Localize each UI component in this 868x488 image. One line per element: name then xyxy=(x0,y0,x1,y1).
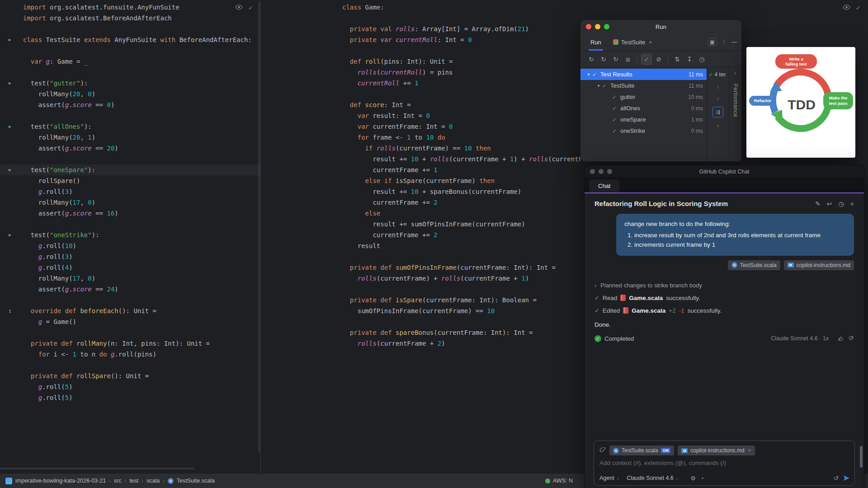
code-line[interactable]: import org.scalatest.BeforeAndAfterEach xyxy=(0,13,260,23)
tree-chevron-icon[interactable]: ▾ xyxy=(585,72,592,77)
history-icon[interactable]: ◷ xyxy=(696,54,707,65)
no-problems-check-icon[interactable]: ✓ xyxy=(248,5,253,11)
test-tree-row[interactable]: ▾✓Test Results11 ms xyxy=(580,69,707,80)
rerun-failed-icon[interactable]: ↻ xyxy=(598,54,609,65)
code-line[interactable]: for i <- 1 to n do g.roll(pins) xyxy=(0,349,260,360)
horizontal-scrollbar[interactable] xyxy=(0,468,194,469)
zoom-window-icon[interactable] xyxy=(607,169,612,174)
code-line[interactable]: rollMany(20, 0) xyxy=(0,89,260,99)
code-line[interactable] xyxy=(0,45,260,56)
vertical-scrollbar[interactable] xyxy=(258,1,260,453)
code-line[interactable]: ▶ test("oneSpare"): xyxy=(0,164,260,175)
code-line[interactable]: private def rollSpare(): Unit = xyxy=(0,371,260,381)
planned-changes-section[interactable]: › Planned changes to strike branch body xyxy=(594,282,854,289)
tab-run[interactable]: Run xyxy=(585,33,607,51)
code-line[interactable] xyxy=(0,219,260,230)
code-line[interactable]: private def rollMany(n: Int, pins: Int):… xyxy=(0,338,260,349)
breadcrumb-item[interactable]: src xyxy=(114,478,122,484)
edit-icon[interactable]: ✎ xyxy=(815,200,821,207)
reader-mode-eye-icon[interactable] xyxy=(235,4,243,12)
chevron-right-icon[interactable]: › xyxy=(594,282,596,289)
chat-input-box[interactable]: STestSuite.scalaONMcopilot-instructions.… xyxy=(594,441,855,486)
breadcrumb-item[interactable]: test xyxy=(129,478,138,484)
more-icon[interactable]: ⋮ xyxy=(722,39,727,45)
test-tree-row[interactable]: ✓oneStrike0 ms xyxy=(580,125,707,136)
file-pill[interactable]: Mcopilot-instructions.md xyxy=(784,260,854,270)
code-line[interactable]: ↥ override def beforeEach(): Unit = xyxy=(0,305,260,316)
file-pill[interactable]: STestSuite.scala xyxy=(728,260,780,270)
next-test-icon[interactable]: ↓ xyxy=(717,95,719,102)
minimize-window-icon[interactable] xyxy=(599,169,604,174)
code-line[interactable] xyxy=(0,67,260,78)
expand-panel-icon[interactable]: › xyxy=(717,122,719,129)
attach-icon[interactable] xyxy=(599,446,606,455)
code-line[interactable] xyxy=(261,13,868,23)
code-line[interactable] xyxy=(0,327,260,338)
previous-test-icon[interactable]: ↑ xyxy=(717,84,719,90)
test-tree-row[interactable]: ✓allOnes0 ms xyxy=(580,103,707,114)
breadcrumb-item[interactable]: scala xyxy=(146,478,160,484)
minimize-icon[interactable]: — xyxy=(731,39,737,45)
code-line[interactable]: g.roll(10) xyxy=(0,240,260,251)
code-line[interactable]: ▶ test("allOnes"): xyxy=(0,121,260,132)
inspection-widget[interactable]: ✓ xyxy=(843,4,861,12)
code-line[interactable] xyxy=(0,110,260,121)
reader-mode-eye-icon[interactable] xyxy=(843,4,850,12)
editor-pane-testsuite[interactable]: ✓ import org.scalatest.funsuite.AnyFunSu… xyxy=(0,0,261,473)
auto-retest-icon[interactable]: ↻ xyxy=(610,54,621,65)
code-line[interactable]: ▶ test("oneStrike"): xyxy=(0,230,260,240)
inline-statistics-icon[interactable]: ⇶ xyxy=(712,107,723,117)
code-line[interactable] xyxy=(0,360,260,371)
close-window-icon[interactable] xyxy=(586,24,591,29)
code-line[interactable]: private val rolls: Array[Int] = Array.of… xyxy=(261,23,868,34)
code-line[interactable]: g = Game() xyxy=(0,316,260,327)
code-line[interactable]: ▶ test("gutter"): xyxy=(0,78,260,89)
send-icon[interactable] xyxy=(843,475,850,481)
code-line[interactable]: assert(g.score == 16) xyxy=(0,208,260,219)
run-window-titlebar[interactable]: Run xyxy=(580,20,741,33)
code-line[interactable]: rollMany(17, 0) xyxy=(0,197,260,208)
collapse-strip-icon[interactable]: ‹ xyxy=(735,70,736,76)
code-line[interactable]: rollMany(17, 0) xyxy=(0,273,260,284)
tools-icon[interactable]: ⚙ xyxy=(690,475,696,482)
code-line[interactable]: g.roll(3) xyxy=(0,186,260,197)
undo-icon[interactable]: ↺ xyxy=(833,474,839,482)
code-line[interactable]: rollSpare() xyxy=(0,175,260,186)
code-line[interactable]: assert(g.score == 20) xyxy=(0,143,260,154)
code-line[interactable]: g.roll(3) xyxy=(0,251,260,262)
chat-input[interactable]: Add context (#), extensions (@), command… xyxy=(599,460,849,466)
step-file-name[interactable]: Game.scala xyxy=(629,295,663,301)
sort-icon[interactable]: ⇅ xyxy=(672,54,683,65)
code-line[interactable]: assert(g.score == 24) xyxy=(0,284,260,295)
tree-chevron-icon[interactable]: ▾ xyxy=(595,83,602,88)
test-tree-row[interactable]: ▾✓TestSuite11 ms xyxy=(580,80,707,91)
rerun-icon[interactable]: ↻ xyxy=(586,54,597,65)
run-test-gutter-icon[interactable]: ▶ xyxy=(6,78,14,88)
code-line[interactable]: g.roll(5) xyxy=(0,392,260,403)
run-test-gutter-icon[interactable]: ▶ xyxy=(6,230,14,240)
test-tree-row[interactable]: ✓oneSpare1 ms xyxy=(580,114,707,125)
scroll-to-end-icon[interactable]: ↧ xyxy=(684,54,695,65)
remove-pill-icon[interactable]: × xyxy=(748,447,751,454)
tab-testsuite[interactable]: TestSuite × xyxy=(609,39,657,46)
code-line[interactable] xyxy=(0,23,260,34)
code-line[interactable] xyxy=(0,295,260,305)
code-line[interactable]: assert(g.score == 0) xyxy=(0,99,260,110)
show-ignored-icon[interactable]: ⊘ xyxy=(653,54,664,65)
breadcrumb-item[interactable]: TestSuite.scala xyxy=(177,478,215,484)
code-line[interactable]: g.roll(5) xyxy=(0,381,260,392)
show-passed-icon[interactable]: ✓ xyxy=(641,54,652,65)
thumbs-down-icon[interactable] xyxy=(848,335,854,342)
no-problems-check-icon[interactable]: ✓ xyxy=(856,5,861,11)
file-pill[interactable]: STestSuite.scalaON xyxy=(609,446,674,455)
inspection-widget[interactable]: ✓ xyxy=(235,4,253,12)
new-chat-icon[interactable]: + xyxy=(850,200,854,207)
code-line[interactable]: class Game: xyxy=(261,2,868,13)
zoom-window-icon[interactable] xyxy=(604,24,609,29)
test-tree-row[interactable]: ✓gutter10 ms xyxy=(580,91,707,103)
close-tab-icon[interactable]: × xyxy=(649,39,652,46)
code-line[interactable]: private var currentRoll: Int = 0 xyxy=(261,34,868,45)
chat-scrollbar[interactable] xyxy=(860,446,863,468)
override-gutter-icon[interactable]: ↥ xyxy=(6,306,14,316)
step-file-name[interactable]: Game.scala xyxy=(632,307,665,314)
